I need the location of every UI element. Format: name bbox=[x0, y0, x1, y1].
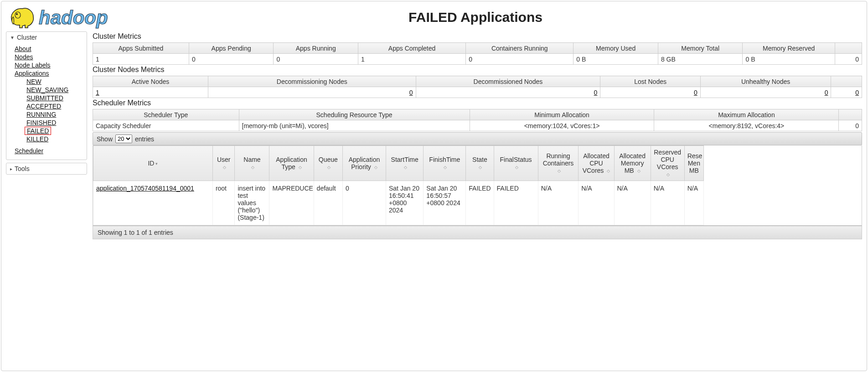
nav-state-new[interactable]: NEW bbox=[26, 78, 85, 86]
apps-h-finish[interactable]: FinishTime◇ bbox=[424, 146, 466, 181]
app-rmem: N/A bbox=[684, 181, 703, 225]
sm-h-extra bbox=[839, 109, 862, 120]
table-row: 1 0 0 1 0 0 B 8 GB 0 B 0 bbox=[93, 54, 862, 65]
table-row: 1 0 0 0 0 0 bbox=[93, 87, 862, 98]
apps-h-rc[interactable]: Running Containers◇ bbox=[538, 146, 579, 181]
apps-h-state[interactable]: State◇ bbox=[466, 146, 494, 181]
sort-icon: ◇ bbox=[251, 165, 254, 170]
apps-h-start[interactable]: StartTime◇ bbox=[386, 146, 424, 181]
sort-icon: ◇ bbox=[327, 165, 331, 170]
nm-h-unhealthy: Unhealthy Nodes bbox=[700, 76, 831, 87]
apps-h-priority[interactable]: Application Priority ◇ bbox=[342, 146, 386, 181]
cm-h-containers: Containers Running bbox=[466, 43, 574, 54]
cm-h-memreserved: Memory Reserved bbox=[743, 43, 835, 54]
nav-applications[interactable]: Applications bbox=[15, 69, 85, 78]
nav-state-new-saving[interactable]: NEW_SAVING bbox=[26, 86, 85, 94]
nav-state-finished[interactable]: FINISHED bbox=[26, 119, 85, 127]
dt-length-select[interactable]: 20 bbox=[115, 134, 132, 143]
app-name: insert into test values ("hello")(Stage-… bbox=[235, 181, 269, 225]
app-finalstatus: FAILED bbox=[494, 181, 538, 225]
app-user: root bbox=[212, 181, 235, 225]
datatable-info: Showing 1 to 1 of 1 entries bbox=[93, 226, 862, 239]
nav-about[interactable]: About bbox=[15, 45, 85, 53]
apps-h-fstatus[interactable]: FinalStatus◇ bbox=[494, 146, 538, 181]
nav-node-labels[interactable]: Node Labels bbox=[15, 61, 85, 69]
cm-v-memreserved: 0 B bbox=[743, 54, 835, 65]
svg-text:hadoop: hadoop bbox=[39, 7, 108, 28]
sidebar-cluster-title: Cluster bbox=[17, 34, 37, 41]
nm-h-active: Active Nodes bbox=[93, 76, 208, 87]
app-priority: 0 bbox=[342, 181, 386, 225]
applications-table: ID▾ User◇ Name◇ Application Type ◇ Queue… bbox=[93, 145, 704, 225]
nav-state-running[interactable]: RUNNING bbox=[26, 110, 85, 119]
cluster-metrics-title: Cluster Metrics bbox=[93, 32, 862, 41]
nav-state-accepted[interactable]: ACCEPTED bbox=[26, 102, 85, 110]
app-queue: default bbox=[314, 181, 342, 225]
nm-v-decomming[interactable]: 0 bbox=[409, 89, 413, 96]
sm-h-min: Minimum Allocation bbox=[470, 109, 654, 120]
sidebar-cluster-header[interactable]: ▼ Cluster bbox=[6, 32, 87, 43]
nm-h-extra bbox=[831, 76, 862, 87]
app-mem: N/A bbox=[614, 181, 651, 225]
apps-h-queue[interactable]: Queue◇ bbox=[314, 146, 342, 181]
datatable-length-bar: Show 20 entries bbox=[93, 132, 862, 145]
expand-icon: ▸ bbox=[10, 166, 12, 171]
apps-h-name[interactable]: Name◇ bbox=[235, 146, 269, 181]
app-start: Sat Jan 20 16:50:41 +0800 2024 bbox=[386, 181, 424, 225]
sort-icon: ◇ bbox=[444, 165, 447, 170]
cm-v-pending: 0 bbox=[189, 54, 274, 65]
apps-h-user[interactable]: User◇ bbox=[212, 146, 235, 181]
nav-state-killed[interactable]: KILLED bbox=[26, 135, 85, 143]
app-id-link[interactable]: application_1705740581194_0001 bbox=[96, 185, 194, 192]
nav-scheduler[interactable]: Scheduler bbox=[15, 147, 43, 155]
nav-state-submitted[interactable]: SUBMITTED bbox=[26, 94, 85, 102]
sched-metrics-title: Scheduler Metrics bbox=[93, 99, 862, 107]
nm-v-lost[interactable]: 0 bbox=[694, 89, 698, 96]
hadoop-text-icon: hadoop bbox=[39, 5, 144, 30]
cluster-metrics-table: Apps Submitted Apps Pending Apps Running… bbox=[93, 42, 862, 65]
cm-v-containers: 0 bbox=[466, 54, 574, 65]
nav-nodes[interactable]: Nodes bbox=[15, 53, 85, 61]
sort-icon: ◇ bbox=[404, 165, 407, 170]
app-state: FAILED bbox=[466, 181, 494, 225]
sort-icon: ◇ bbox=[374, 165, 377, 170]
svg-point-1 bbox=[16, 13, 18, 15]
cm-v-extra: 0 bbox=[835, 54, 862, 65]
nm-v-extra[interactable]: 0 bbox=[855, 89, 859, 96]
sm-v-max: <memory:8192, vCores:4> bbox=[654, 120, 839, 131]
sched-metrics-table: Scheduler Type Scheduling Resource Type … bbox=[93, 109, 862, 131]
apps-h-apptype[interactable]: Application Type ◇ bbox=[269, 146, 314, 181]
nm-h-decommed: Decommissioned Nodes bbox=[416, 76, 600, 87]
sidebar-tools-title: Tools bbox=[15, 165, 30, 172]
cm-h-memtotal: Memory Total bbox=[658, 43, 743, 54]
nm-v-decommed[interactable]: 0 bbox=[594, 89, 598, 96]
nodes-metrics-title: Cluster Nodes Metrics bbox=[93, 66, 862, 74]
app-rcpu: N/A bbox=[651, 181, 684, 225]
sm-h-restype: Scheduling Resource Type bbox=[239, 109, 470, 120]
apps-h-rmem[interactable]: Rese Men MB bbox=[684, 146, 703, 181]
dt-show-label: Show bbox=[97, 135, 113, 143]
nodes-metrics-table: Active Nodes Decommissioning Nodes Decom… bbox=[93, 76, 862, 98]
nm-v-unhealthy[interactable]: 0 bbox=[825, 89, 828, 96]
hadoop-logo: hadoop bbox=[9, 5, 144, 30]
sm-h-type: Scheduler Type bbox=[93, 109, 239, 120]
apps-h-rcpu[interactable]: Reserved CPU VCores◇ bbox=[651, 146, 684, 181]
cm-v-submitted: 1 bbox=[93, 54, 189, 65]
nav-state-failed[interactable]: FAILED bbox=[27, 127, 49, 135]
app-type: MAPREDUCE bbox=[269, 181, 314, 225]
cm-h-completed: Apps Completed bbox=[358, 43, 466, 54]
nm-v-active[interactable]: 1 bbox=[96, 89, 99, 96]
sidebar-tools-header[interactable]: ▸ Tools bbox=[6, 163, 87, 174]
cm-h-pending: Apps Pending bbox=[189, 43, 274, 54]
sort-icon: ◇ bbox=[558, 169, 561, 173]
cm-v-memtotal: 8 GB bbox=[658, 54, 743, 65]
apps-h-cpu[interactable]: Allocated CPU VCores ◇ bbox=[579, 146, 614, 181]
cm-v-running: 0 bbox=[274, 54, 358, 65]
sort-icon: ◇ bbox=[479, 165, 482, 170]
cm-h-memused: Memory Used bbox=[574, 43, 658, 54]
cm-v-memused: 0 B bbox=[574, 54, 658, 65]
apps-h-id[interactable]: ID▾ bbox=[93, 146, 213, 181]
sort-icon: ◇ bbox=[637, 169, 641, 173]
apps-h-mem[interactable]: Allocated Memory MB ◇ bbox=[614, 146, 651, 181]
sort-icon: ◇ bbox=[515, 165, 518, 170]
